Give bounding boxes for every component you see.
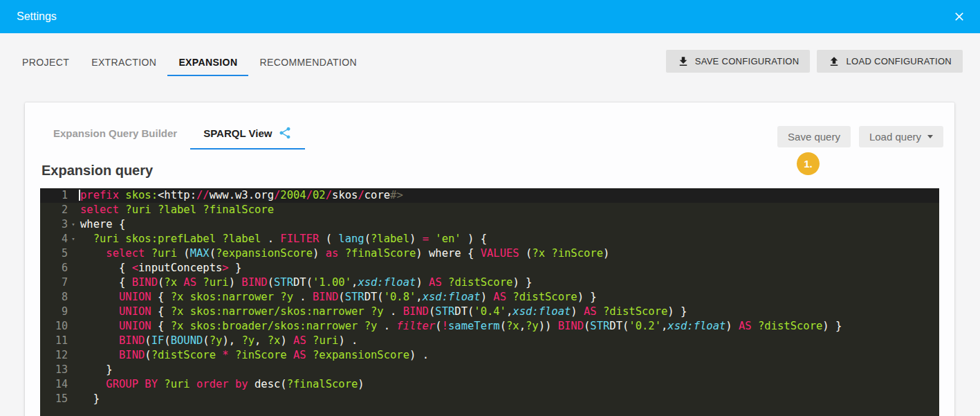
- tab-expansion[interactable]: EXPANSION: [167, 50, 248, 76]
- line-gutter: 13: [40, 363, 80, 377]
- tab-expansion-query-builder[interactable]: Expansion Query Builder: [40, 120, 190, 150]
- code-line-3[interactable]: 3▾where {: [40, 217, 939, 232]
- tab-extraction[interactable]: EXTRACTION: [80, 50, 167, 76]
- line-number: 4: [40, 232, 68, 246]
- line-number: 9: [40, 305, 68, 319]
- line-gutter: 12: [40, 348, 80, 363]
- line-gutter: 3▾: [40, 217, 80, 232]
- code-editor[interactable]: 1prefix skos:<http://www.w3.org/2004/02/…: [40, 188, 939, 416]
- code-text: UNION { ?x skos:narrower ?y . BIND(STRDT…: [80, 290, 597, 305]
- tab-sparql-view[interactable]: SPARQL View: [190, 120, 305, 150]
- line-number: 11: [40, 334, 68, 348]
- load-configuration-button[interactable]: LOAD CONFIGURATION: [817, 50, 963, 73]
- line-number: 2: [40, 203, 68, 217]
- line-gutter: 15: [40, 392, 80, 406]
- line-number: 1: [40, 188, 68, 203]
- save-query-button[interactable]: Save query: [777, 126, 851, 147]
- line-gutter: 4▾: [40, 232, 80, 246]
- line-number: 14: [40, 377, 68, 392]
- close-icon[interactable]: [950, 7, 969, 26]
- line-number: 10: [40, 319, 68, 334]
- share-icon[interactable]: [278, 126, 292, 140]
- code-line-15[interactable]: 15 }: [40, 392, 939, 406]
- code-text: where {: [80, 217, 125, 232]
- fold-arrow-icon[interactable]: ▾: [68, 217, 79, 232]
- code-text: select ?uri ?label ?finalScore: [80, 203, 274, 217]
- code-line-14[interactable]: 14 GROUP BY ?uri order by desc(?finalSco…: [40, 377, 939, 392]
- line-gutter: 6: [40, 261, 80, 275]
- line-gutter: 11: [40, 334, 80, 348]
- code-lines: 1prefix skos:<http://www.w3.org/2004/02/…: [40, 188, 939, 406]
- load-query-label: Load query: [869, 131, 921, 143]
- load-query-button[interactable]: Load query: [859, 126, 943, 147]
- code-text: }: [80, 363, 113, 377]
- tab-label: Expansion Query Builder: [53, 127, 177, 139]
- line-number: 6: [40, 261, 68, 275]
- code-line-2[interactable]: 2select ?uri ?label ?finalScore: [40, 203, 939, 217]
- code-line-9[interactable]: 9 UNION { ?x skos:narrower/skos:narrower…: [40, 305, 939, 319]
- code-text: prefix skos:<http://www.w3.org/2004/02/s…: [80, 188, 403, 203]
- code-line-11[interactable]: 11 BIND(IF(BOUND(?y), ?y, ?x) AS ?uri) .: [40, 334, 939, 348]
- step-badge: 1.: [797, 152, 820, 175]
- line-gutter: 7: [40, 275, 80, 290]
- line-gutter: 8: [40, 290, 80, 305]
- line-number: 15: [40, 392, 68, 406]
- line-gutter: 10: [40, 319, 80, 334]
- main-tabs: PROJECT EXTRACTION EXPANSION RECOMMENDAT…: [11, 50, 368, 76]
- line-gutter: 1: [40, 188, 80, 203]
- query-view-tabs: Expansion Query Builder SPARQL View: [40, 120, 305, 150]
- line-number: 7: [40, 275, 68, 290]
- expansion-settings-card: Expansion Query Builder SPARQL View Save…: [25, 102, 954, 416]
- tab-label: SPARQL View: [203, 127, 272, 139]
- code-line-5[interactable]: 5 select ?uri (MAX(?expansionScore) as ?…: [40, 246, 939, 261]
- code-text: UNION { ?x skos:narrower/skos:narrower ?…: [80, 305, 687, 319]
- line-number: 12: [40, 348, 68, 363]
- line-number: 8: [40, 290, 68, 305]
- code-line-13[interactable]: 13 }: [40, 363, 939, 377]
- code-line-12[interactable]: 12 BIND(?distScore * ?inScore AS ?expans…: [40, 348, 939, 363]
- dialog-title: Settings: [17, 10, 57, 23]
- load-configuration-label: LOAD CONFIGURATION: [846, 56, 952, 66]
- code-text: }: [80, 392, 100, 406]
- save-configuration-label: SAVE CONFIGURATION: [695, 56, 799, 66]
- download-icon: [677, 55, 690, 68]
- tab-recommendation[interactable]: RECOMMENDATION: [248, 50, 368, 76]
- code-text: BIND(?distScore * ?inScore AS ?expansion…: [80, 348, 429, 363]
- save-query-label: Save query: [788, 131, 840, 143]
- tab-project[interactable]: PROJECT: [11, 50, 80, 76]
- line-gutter: 14: [40, 377, 80, 392]
- dialog-titlebar: Settings: [0, 0, 980, 33]
- code-line-6[interactable]: 6 { <inputConcepts> }: [40, 261, 939, 275]
- code-text: BIND(IF(BOUND(?y), ?y, ?x) AS ?uri) .: [80, 334, 358, 348]
- fold-arrow-icon[interactable]: ▾: [68, 232, 79, 246]
- code-line-4[interactable]: 4▾ ?uri skos:prefLabel ?label . FILTER (…: [40, 232, 939, 246]
- code-text: ?uri skos:prefLabel ?label . FILTER ( la…: [80, 232, 487, 246]
- save-configuration-button[interactable]: SAVE CONFIGURATION: [666, 50, 811, 73]
- code-text: { BIND(?x AS ?uri) BIND(STRDT('1.00',xsd…: [80, 275, 532, 290]
- code-line-1[interactable]: 1prefix skos:<http://www.w3.org/2004/02/…: [40, 188, 939, 203]
- line-gutter: 9: [40, 305, 80, 319]
- upload-icon: [828, 55, 840, 68]
- text-cursor: [79, 190, 80, 201]
- code-text: GROUP BY ?uri order by desc(?finalScore): [80, 377, 364, 392]
- code-line-8[interactable]: 8 UNION { ?x skos:narrower ?y . BIND(STR…: [40, 290, 939, 305]
- code-text: UNION { ?x skos:broader/skos:narrower ?y…: [80, 319, 842, 334]
- line-gutter: 2: [40, 203, 80, 217]
- code-text: { <inputConcepts> }: [80, 261, 241, 275]
- chevron-down-icon: [927, 135, 933, 138]
- code-line-7[interactable]: 7 { BIND(?x AS ?uri) BIND(STRDT('1.00',x…: [40, 275, 939, 290]
- line-gutter: 5: [40, 246, 80, 261]
- line-number: 3: [40, 217, 68, 232]
- line-number: 5: [40, 246, 68, 261]
- line-number: 13: [40, 363, 68, 377]
- code-line-10[interactable]: 10 UNION { ?x skos:broader/skos:narrower…: [40, 319, 939, 334]
- code-text: select ?uri (MAX(?expansionScore) as ?fi…: [80, 246, 609, 261]
